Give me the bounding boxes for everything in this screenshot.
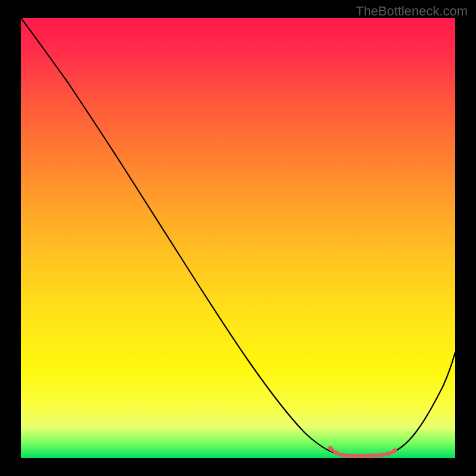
optimal-zone-marker — [330, 448, 396, 456]
watermark-text: TheBottleneck.com — [356, 4, 468, 19]
curve-path — [21, 18, 455, 456]
bottleneck-curve — [21, 18, 455, 458]
chart-plot-area — [21, 18, 455, 458]
